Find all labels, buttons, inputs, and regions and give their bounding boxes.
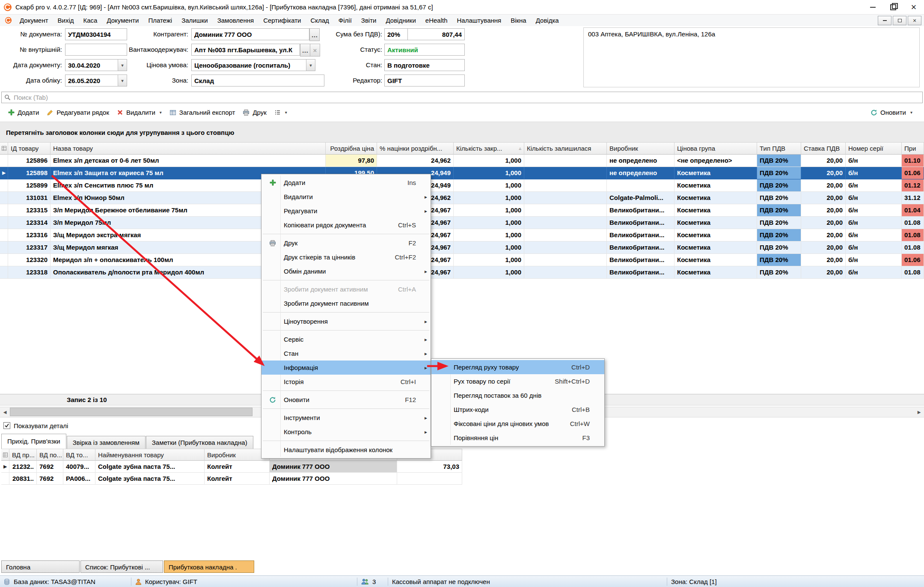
menubar-item[interactable]: Документи <box>102 17 143 24</box>
context-menu-item[interactable]: Інформація▸ <box>261 361 431 375</box>
table-cell[interactable]: 123315 <box>8 204 51 217</box>
table-cell[interactable]: ПДВ 20% <box>757 204 801 217</box>
table-row[interactable]: 123315З/п Меридол Бережное отбеливание 7… <box>0 204 924 217</box>
table-cell[interactable]: 20,00 <box>801 266 846 279</box>
table-cell[interactable] <box>524 254 607 266</box>
table-cell[interactable]: 125896 <box>8 155 51 167</box>
table-cell[interactable]: 1,000 <box>454 204 524 217</box>
table-cell[interactable]: 1,000 <box>454 266 524 279</box>
table-cell[interactable]: 125899 <box>8 179 51 192</box>
mdi-minimize-button[interactable] <box>878 16 891 25</box>
table-cell[interactable]: <не определено> <box>674 155 757 167</box>
context-menu-item[interactable]: ІсторіяCtrl+I <box>261 375 431 389</box>
table-cell[interactable] <box>607 179 674 192</box>
table-cell[interactable] <box>524 179 607 192</box>
context-menu-item[interactable]: ОновитиF12 <box>261 393 431 407</box>
table-cell[interactable]: ПДВ 20% <box>757 155 801 167</box>
table-cell[interactable]: Доминик 777 ООО <box>270 473 397 485</box>
table-cell[interactable]: 01.04 <box>902 204 924 217</box>
table-cell[interactable]: Косметика <box>674 254 757 266</box>
internal-number-input[interactable] <box>65 44 127 56</box>
table-row[interactable]: 123318Ополаскиватель д/полости рта Мерид… <box>0 266 924 279</box>
menubar-item[interactable]: Звіти <box>357 17 381 24</box>
table-cell[interactable]: б/н <box>846 229 902 241</box>
context-menu-item[interactable]: Копіювати рядок документаCtrl+S <box>261 218 431 232</box>
table-cell[interactable]: ПДВ 20% <box>757 266 801 279</box>
context-menu-item[interactable]: Обмін даними▸ <box>261 264 431 278</box>
window-tab[interactable]: Головна <box>1 560 80 573</box>
table-cell[interactable]: РА006... <box>63 473 95 485</box>
search-input[interactable]: Поиск (Tab) <box>1 92 923 103</box>
table-cell[interactable]: Elmex з/п детская от 0-6 лет 50мл <box>51 155 326 167</box>
table-cell[interactable]: 20,00 <box>801 254 846 266</box>
table-cell[interactable]: 21232.. <box>9 461 37 473</box>
contragent-browse-button[interactable]: … <box>309 28 320 41</box>
table-cell[interactable]: Великобритани... <box>607 266 674 279</box>
table-cell[interactable]: б/н <box>846 204 902 217</box>
table-cell[interactable]: 1,000 <box>454 155 524 167</box>
table-cell[interactable]: Великобритани... <box>607 241 674 254</box>
vat-percent-field[interactable]: 20% <box>384 28 411 40</box>
table-row[interactable]: 123316З/щ Меридол экстра мягкая24,9671,0… <box>0 229 924 241</box>
context-menu-item[interactable]: Стан▸ <box>261 346 431 361</box>
menubar-item[interactable]: Платежі <box>143 17 177 24</box>
table-cell[interactable]: не определено <box>607 167 674 179</box>
table-cell[interactable]: 7692 <box>37 473 63 485</box>
column-header[interactable]: Кількість залишилася <box>524 142 607 155</box>
submenu-item[interactable]: Перегляд поставок за 60 днів <box>431 388 604 402</box>
menubar-item[interactable]: Каса <box>79 17 102 24</box>
window-tab[interactable]: Список: Прибуткові ... <box>80 560 163 573</box>
table-cell[interactable]: 01.08 <box>902 266 924 279</box>
chevron-down-icon[interactable]: ▾ <box>306 59 315 71</box>
table-cell[interactable]: 1,000 <box>454 192 524 204</box>
context-menu-item[interactable]: Зробити документ пасивним <box>261 296 431 310</box>
scroll-thumb[interactable] <box>10 408 253 416</box>
submenu-item[interactable]: Штрих-кодиCtrl+B <box>431 402 604 417</box>
table-row[interactable]: ▶21232..769240079...Colgate зубна паста … <box>1 461 462 473</box>
menubar-item[interactable]: Довідники <box>381 17 420 24</box>
menubar-item[interactable]: Довідка <box>531 17 564 24</box>
context-menu-item[interactable]: Ціноутворення▸ <box>261 314 431 328</box>
menubar-item[interactable]: Налаштування <box>452 17 506 24</box>
table-cell[interactable] <box>397 473 462 485</box>
table-cell[interactable] <box>524 167 607 179</box>
print-button[interactable]: Друк <box>239 107 270 119</box>
consignee-input[interactable]: Апт №003 пгт.Барышевка, ул.К <box>191 44 300 56</box>
table-cell[interactable]: Великобритани... <box>607 217 674 229</box>
table-cell[interactable]: Косметика <box>674 179 757 192</box>
table-cell[interactable]: не определено <box>607 155 674 167</box>
table-cell[interactable]: ПДВ 20% <box>757 229 801 241</box>
table-cell[interactable]: 20,00 <box>801 241 846 254</box>
window-tab[interactable]: Прибуткова накладна . <box>164 560 254 573</box>
table-cell[interactable]: б/н <box>846 266 902 279</box>
table-cell[interactable] <box>524 266 607 279</box>
column-header[interactable]: Назва товару <box>51 142 326 155</box>
table-cell[interactable]: 40079... <box>63 461 95 473</box>
table-cell[interactable]: 20831.. <box>9 473 37 485</box>
table-cell[interactable]: Косметика <box>674 229 757 241</box>
menubar-item[interactable]: Замовлення <box>213 17 258 24</box>
table-cell[interactable] <box>524 155 607 167</box>
consignee-browse-button[interactable]: … <box>300 44 310 57</box>
close-button[interactable]: × <box>903 0 924 14</box>
table-cell[interactable]: Колгейт <box>205 473 270 485</box>
table-cell[interactable]: Косметика <box>674 241 757 254</box>
table-cell[interactable]: 01.06 <box>902 167 924 179</box>
table-cell[interactable]: б/н <box>846 179 902 192</box>
table-cell[interactable]: б/н <box>846 192 902 204</box>
table-cell[interactable]: ПДВ 20% <box>757 241 801 254</box>
context-menu-item[interactable]: ДодатиIns <box>261 176 431 190</box>
table-cell[interactable] <box>524 192 607 204</box>
add-button[interactable]: Додати <box>4 107 43 119</box>
table-cell[interactable]: 1,000 <box>454 217 524 229</box>
menubar-item[interactable]: Документ <box>15 17 53 24</box>
menubar-item[interactable]: eHealth <box>421 17 452 24</box>
menubar-item[interactable]: Склад <box>306 17 333 24</box>
table-row[interactable]: 123320Меридол з/п + ополаскиватель 100мл… <box>0 254 924 266</box>
table-row[interactable]: 123317З/щ Меридол мягкая24,9671,000Велик… <box>0 241 924 254</box>
table-cell[interactable] <box>524 241 607 254</box>
table-cell[interactable]: 01.06 <box>902 254 924 266</box>
table-cell[interactable]: 123316 <box>8 229 51 241</box>
mdi-restore-button[interactable] <box>893 16 906 25</box>
table-cell[interactable]: 20,00 <box>801 179 846 192</box>
